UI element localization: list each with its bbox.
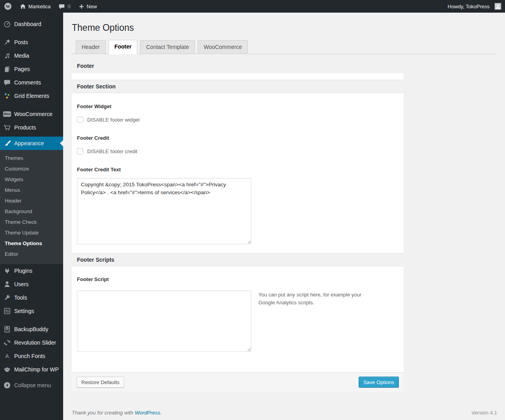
- submenu-item-theme-options[interactable]: Theme Options: [0, 238, 63, 249]
- restore-defaults-button[interactable]: Restore Defaults: [77, 377, 124, 388]
- footer-credit-label: Footer Credit: [77, 135, 398, 141]
- comments-shortcut[interactable]: 0: [54, 0, 74, 13]
- wordpress-link[interactable]: WordPress: [135, 410, 160, 416]
- paintbrush-icon: [3, 139, 11, 147]
- footer-section-body: Footer Widget DISABLE footer widget Foot…: [72, 103, 404, 244]
- submenu-item-widgets[interactable]: Widgets: [0, 174, 63, 185]
- tab-header[interactable]: Header: [76, 40, 106, 54]
- tab-woocommerce[interactable]: WooCommerce: [198, 40, 248, 54]
- main-content: Theme Options Header Footer Contact Temp…: [63, 13, 505, 420]
- thanks-text: Thank you for creating with WordPress.: [72, 410, 162, 416]
- woocommerce-icon: Woo: [3, 110, 11, 118]
- sidebar-item-users[interactable]: Users: [0, 278, 63, 291]
- admin-sidebar: Dashboard Posts Media Pages Comments Gri…: [0, 13, 63, 420]
- comment-bubble-icon: [58, 3, 65, 10]
- sidebar-item-punch-fonts[interactable]: A Punch Fonts: [0, 349, 63, 363]
- wrench-icon: [3, 294, 11, 302]
- disable-footer-widget-label: DISABLE footer widget: [87, 117, 140, 123]
- comments-icon: [3, 79, 11, 86]
- sidebar-item-dashboard[interactable]: Dashboard: [0, 17, 63, 31]
- submenu-item-themes[interactable]: Themes: [0, 153, 63, 163]
- submenu-item-theme-update[interactable]: Theme Update: [0, 227, 63, 238]
- site-name: Marketica: [28, 4, 50, 9]
- disable-footer-widget-row: DISABLE footer widget: [77, 116, 398, 123]
- disable-footer-credit-row: DISABLE footer credit: [77, 148, 398, 155]
- rotate-arrows-icon: [3, 339, 11, 347]
- sidebar-item-appearance[interactable]: Appearance: [0, 137, 63, 150]
- comment-count: 0: [67, 4, 70, 9]
- sidebar-item-plugins[interactable]: Plugins: [0, 264, 63, 278]
- submenu-item-header[interactable]: Header: [0, 195, 63, 206]
- page-footer: Thank you for creating with WordPress. V…: [72, 410, 497, 420]
- footer-credit-text-input[interactable]: Copyright &copy; 2015 TokoPress<span><a …: [77, 178, 251, 244]
- disable-footer-credit-checkbox[interactable]: [77, 148, 83, 154]
- footer-script-label: Footer Script: [77, 276, 398, 283]
- user-icon: [3, 280, 11, 288]
- section-header-footer-scripts: Footer Scripts: [72, 253, 404, 266]
- admin-bar: W Marketica 0 New Howdy, TokoPress: [0, 0, 505, 13]
- plug-icon: [3, 267, 11, 275]
- sidebar-item-products[interactable]: Products: [0, 121, 63, 134]
- save-options-button[interactable]: Save Options: [359, 377, 399, 388]
- media-icon: [3, 52, 11, 60]
- submenu-item-menus[interactable]: Menus: [0, 185, 63, 195]
- pushpin-icon: [3, 38, 11, 46]
- version-text: Version 4.1: [471, 410, 497, 416]
- new-label: New: [87, 4, 97, 9]
- sidebar-item-comments[interactable]: Comments: [0, 76, 63, 89]
- disable-footer-widget-checkbox[interactable]: [77, 116, 83, 123]
- panel-actions: Restore Defaults Save Options: [72, 372, 404, 392]
- sidebar-item-settings[interactable]: Settings: [0, 304, 63, 318]
- sidebar-item-revolution-slider[interactable]: Revolution Slider: [0, 336, 63, 349]
- tab-footer[interactable]: Footer: [108, 40, 138, 54]
- submenu-item-theme-check[interactable]: Theme Check: [0, 217, 63, 227]
- avatar: [495, 3, 501, 9]
- wordpress-logo-menu[interactable]: W: [0, 0, 16, 13]
- footer-scripts-body: Footer Script You can put any script her…: [72, 276, 404, 352]
- wordpress-logo-icon: W: [4, 2, 12, 10]
- sidebar-item-collapse-menu[interactable]: Collapse menu: [0, 379, 63, 392]
- howdy-label: Howdy, TokoPress: [448, 4, 490, 9]
- plus-icon: [79, 4, 84, 9]
- sidebar-item-mailchimp[interactable]: MailChimp for WP: [0, 363, 63, 376]
- footer-script-hint: You can put any script here, for example…: [258, 291, 379, 307]
- submenu-item-background[interactable]: Background: [0, 206, 63, 217]
- pages-icon: [3, 65, 11, 73]
- disable-footer-credit-label: DISABLE footer credit: [87, 148, 137, 154]
- sidebar-item-pages[interactable]: Pages: [0, 62, 63, 76]
- footer-credit-text-label: Footer Credit Text: [77, 167, 398, 173]
- dashboard-icon: [3, 20, 11, 28]
- footer-widget-label: Footer Widget: [77, 103, 398, 110]
- sidebar-item-posts[interactable]: Posts: [0, 36, 63, 49]
- current-menu-arrow: [57, 140, 63, 146]
- home-icon: [20, 3, 26, 9]
- grid-elements-icon: [3, 92, 11, 100]
- tab-bar: Header Footer Contact Template WooCommer…: [72, 40, 497, 54]
- submenu-item-customize[interactable]: Customize: [0, 163, 63, 174]
- cart-icon: [3, 124, 11, 131]
- site-menu[interactable]: Marketica: [16, 0, 54, 13]
- sidebar-item-woocommerce[interactable]: Woo WooCommerce: [0, 107, 63, 121]
- theme-options-panel: Footer Footer Section Footer Widget DISA…: [72, 60, 404, 392]
- svg-text:W: W: [6, 4, 10, 9]
- appearance-submenu: Themes Customize Widgets Menus Header Ba…: [0, 150, 63, 264]
- footer-script-input[interactable]: [77, 291, 251, 352]
- submenu-item-editor[interactable]: Editor: [0, 249, 63, 259]
- sidebar-item-backupbuddy[interactable]: BackupBuddy: [0, 322, 63, 336]
- tab-contact-template[interactable]: Contact Template: [140, 40, 195, 54]
- account-menu[interactable]: Howdy, TokoPress: [444, 0, 505, 13]
- sidebar-item-tools[interactable]: Tools: [0, 291, 63, 304]
- settings-sliders-icon: [3, 307, 11, 315]
- letter-a-icon: A: [3, 352, 11, 360]
- collapse-arrow-icon: [3, 381, 11, 389]
- panel-title: Footer: [72, 60, 404, 73]
- backup-drive-icon: [3, 325, 11, 333]
- sidebar-item-grid-elements[interactable]: Grid Elements: [0, 89, 63, 103]
- section-header-footer-section: Footer Section: [72, 80, 404, 93]
- sidebar-item-media[interactable]: Media: [0, 49, 63, 62]
- new-content-menu[interactable]: New: [75, 0, 101, 13]
- page-title: Theme Options: [72, 22, 497, 34]
- monkey-icon: [3, 366, 11, 373]
